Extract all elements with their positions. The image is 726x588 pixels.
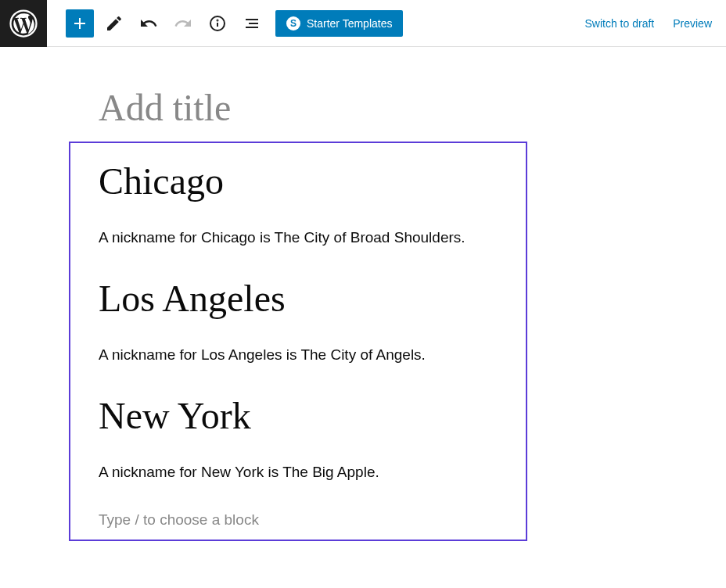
undo-button[interactable] [135, 9, 163, 38]
info-button[interactable] [203, 9, 232, 38]
block-placeholder[interactable]: Type / to choose a block [99, 511, 498, 529]
info-icon [208, 14, 227, 33]
title-area[interactable]: Add title [0, 86, 726, 142]
svg-point-3 [217, 20, 218, 20]
switch-to-draft-button[interactable]: Switch to draft [585, 17, 655, 30]
wordpress-logo[interactable] [0, 0, 47, 47]
editor-canvas: Add title Chicago A nickname for Chicago… [0, 47, 726, 541]
s-badge-icon: S [286, 16, 300, 30]
edit-tool-button[interactable] [100, 9, 128, 38]
pencil-icon [105, 14, 124, 33]
undo-icon [139, 14, 158, 33]
redo-button[interactable] [169, 9, 197, 38]
plus-icon [70, 14, 89, 33]
heading-block[interactable]: Los Angeles [99, 276, 498, 321]
paragraph-block[interactable]: A nickname for New York is The Big Apple… [99, 462, 498, 483]
paragraph-block[interactable]: A nickname for Chicago is The City of Br… [99, 228, 498, 249]
heading-block[interactable]: New York [99, 393, 498, 439]
outline-button[interactable] [238, 9, 266, 38]
toolbar-right: Switch to draft Preview [585, 17, 727, 30]
content-block-selected[interactable]: Chicago A nickname for Chicago is The Ci… [69, 142, 527, 541]
list-view-icon [243, 14, 261, 33]
editor-toolbar: S Starter Templates Switch to draft Prev… [0, 0, 726, 47]
preview-button[interactable]: Preview [673, 17, 712, 30]
paragraph-block[interactable]: A nickname for Los Angeles is The City o… [99, 345, 498, 366]
toolbar-left: S Starter Templates [47, 9, 403, 38]
title-placeholder: Add title [99, 86, 726, 129]
wordpress-icon [9, 9, 38, 38]
redo-icon [174, 14, 192, 33]
starter-templates-button[interactable]: S Starter Templates [275, 10, 403, 37]
heading-block[interactable]: Chicago [99, 159, 498, 204]
add-block-button[interactable] [66, 9, 94, 38]
starter-templates-label: Starter Templates [307, 17, 392, 30]
